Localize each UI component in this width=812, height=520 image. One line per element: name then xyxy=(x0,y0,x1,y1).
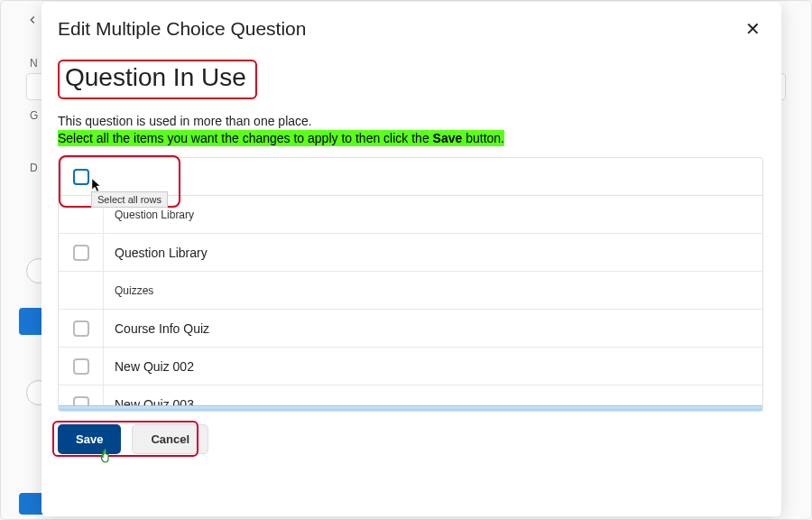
row-checkbox[interactable] xyxy=(73,320,89,337)
row-checkbox[interactable] xyxy=(73,358,89,375)
table-body[interactable]: Question Library Question Library Quizze… xyxy=(59,196,762,405)
table-row: New Quiz 003 xyxy=(59,385,762,405)
question-in-use-heading: Question In Use xyxy=(65,63,246,91)
edit-question-modal: Edit Multiple Choice Question ✕ Question… xyxy=(42,2,781,516)
subheading-highlight: Question In Use xyxy=(58,60,257,99)
row-check-cell xyxy=(59,348,104,385)
desc-post: button. xyxy=(462,131,504,145)
desc-bold: Save xyxy=(433,131,463,145)
row-label: Question Library xyxy=(104,246,208,260)
group-check-spacer xyxy=(59,272,104,309)
row-check-cell xyxy=(59,385,104,405)
modal-header: Edit Multiple Choice Question ✕ xyxy=(58,18,763,40)
scroll-indicator[interactable] xyxy=(59,405,762,411)
table-row: Question Library xyxy=(59,234,762,272)
modal-title: Edit Multiple Choice Question xyxy=(58,18,306,40)
row-label: New Quiz 003 xyxy=(104,397,194,406)
description-line-2: Select all the items you want the change… xyxy=(58,130,504,146)
description-line-1: This question is used in more than one p… xyxy=(58,114,763,128)
bg-label-g: G xyxy=(30,109,38,122)
close-button[interactable]: ✕ xyxy=(742,18,763,40)
group-label: Question Library xyxy=(104,209,194,221)
modal-footer: Save Cancel xyxy=(58,424,763,454)
select-all-header: Select all rows xyxy=(59,158,762,196)
table-row: Course Info Quiz xyxy=(59,310,762,348)
row-label: New Quiz 002 xyxy=(104,359,194,374)
row-check-cell xyxy=(59,310,104,347)
row-checkbox[interactable] xyxy=(73,396,89,406)
row-checkbox[interactable] xyxy=(73,245,89,261)
back-icon xyxy=(26,14,39,26)
save-button[interactable]: Save xyxy=(58,424,121,454)
row-check-cell xyxy=(59,234,104,271)
select-all-tooltip: Select all rows xyxy=(91,191,168,208)
cancel-button[interactable]: Cancel xyxy=(132,424,208,454)
group-row: Quizzes xyxy=(59,272,762,310)
bg-label-d: D xyxy=(30,162,38,174)
close-icon: ✕ xyxy=(745,18,761,40)
row-label: Course Info Quiz xyxy=(104,321,209,336)
items-table: Select all rows Question Library Questio… xyxy=(58,157,763,412)
table-row: New Quiz 002 xyxy=(59,348,762,385)
desc-pre: Select all the items you want the change… xyxy=(58,131,433,145)
bg-label-n: N xyxy=(30,57,38,70)
select-all-checkbox[interactable] xyxy=(73,169,89,185)
group-label: Quizzes xyxy=(104,284,153,297)
